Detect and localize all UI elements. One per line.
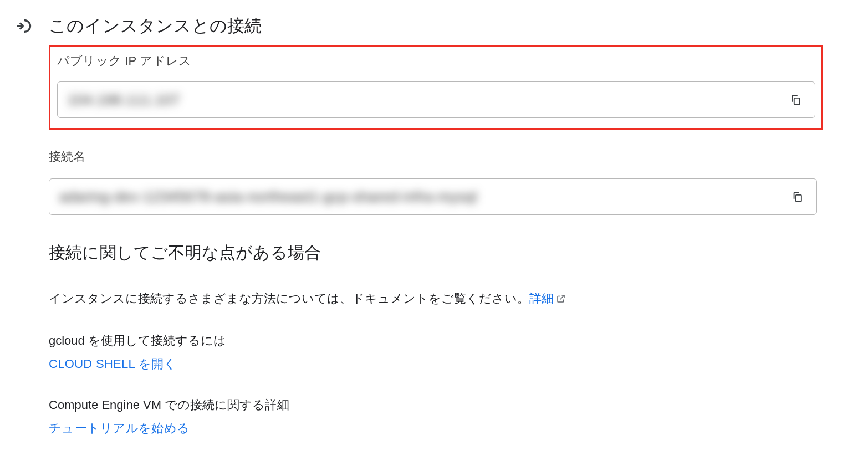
connection-name-label: 接続名: [49, 149, 868, 165]
public-ip-label: パブリック IP アドレス: [57, 53, 815, 69]
svg-rect-0: [794, 98, 800, 105]
connection-name-field: adaring-dev-12345678-asia-northeast1-gcp…: [49, 178, 817, 215]
section-title: このインスタンスとの接続: [49, 14, 262, 38]
connection-name-value[interactable]: adaring-dev-12345678-asia-northeast1-gcp…: [59, 188, 787, 206]
public-ip-value[interactable]: 104.198.111.107: [68, 91, 785, 109]
external-link-icon: [556, 294, 566, 304]
public-ip-field: 104.198.111.107: [57, 81, 815, 118]
public-ip-highlight: パブリック IP アドレス 104.198.111.107: [49, 45, 823, 130]
connect-icon: [13, 15, 35, 37]
copy-connection-name-button[interactable]: [787, 186, 809, 208]
compute-heading: Compute Engine VM での接続に関する詳細: [49, 397, 868, 413]
open-cloud-shell-link[interactable]: CLOUD SHELL を開く: [49, 356, 177, 372]
start-tutorial-link[interactable]: チュートリアルを始める: [49, 420, 190, 437]
gcloud-block: gcloud を使用して接続するには CLOUD SHELL を開く: [49, 332, 868, 372]
help-heading: 接続に関してご不明な点がある場合: [49, 242, 868, 264]
svg-rect-1: [796, 195, 801, 202]
section-header: このインスタンスとの接続: [13, 14, 868, 38]
copy-icon: [792, 191, 804, 203]
copy-public-ip-button[interactable]: [785, 89, 807, 111]
details-link[interactable]: 詳細: [529, 291, 554, 306]
compute-block: Compute Engine VM での接続に関する詳細 チュートリアルを始める: [49, 397, 868, 437]
gcloud-heading: gcloud を使用して接続するには: [49, 332, 868, 349]
help-text: インスタンスに接続するさまざまな方法については、ドキュメントをご覧ください。詳細: [49, 288, 603, 310]
help-body: インスタンスに接続するさまざまな方法については、ドキュメントをご覧ください。: [49, 291, 529, 305]
copy-icon: [790, 94, 802, 106]
